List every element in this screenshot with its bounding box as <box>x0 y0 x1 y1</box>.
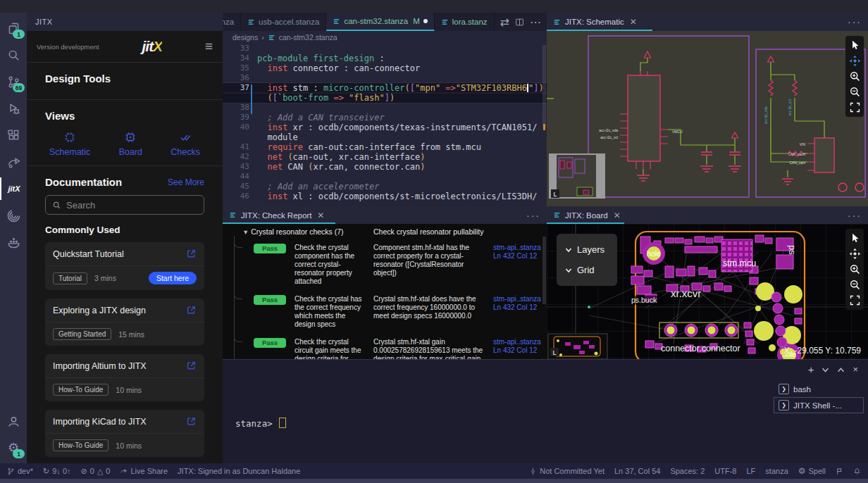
shell-list-item[interactable]: ❯ bash <box>774 381 864 397</box>
check-row[interactable]: Pass Check the crystal circuit gain meet… <box>223 333 547 359</box>
spell-checker-item[interactable]: ⚙Spell <box>798 467 826 475</box>
doc-card[interactable]: Importing Altium to JITX How-To Guide 10… <box>45 354 204 401</box>
shell-list-item[interactable]: ❯ JITX Shell -... <box>774 397 864 413</box>
more-actions-icon[interactable]: ··· <box>848 210 862 221</box>
code-line[interactable]: 34pcb-module first-design : <box>223 54 547 63</box>
tab-lora[interactable]: lora.stanz <box>435 13 495 31</box>
external-link-icon[interactable] <box>186 360 197 371</box>
jitx-signin-item[interactable]: JITX: Signed in as Duncan Haldane <box>178 467 300 475</box>
view-schematic-button[interactable]: Schematic <box>49 131 90 157</box>
close-icon[interactable]: ✕ <box>317 211 324 220</box>
code-line[interactable]: 37 inst stm : micro-controller(["mpn" =>… <box>223 83 547 93</box>
problems-item[interactable]: ⊘0 △0 <box>81 467 111 476</box>
live-share-item[interactable]: Live Share <box>120 467 168 475</box>
more-actions-icon[interactable]: ··· <box>526 210 540 221</box>
tab-usb-accel[interactable]: usb-accel.stanza <box>241 13 326 31</box>
maximize-panel-icon[interactable] <box>837 366 845 374</box>
code-line[interactable]: 40 inst xr : ocdb/components/texas-instr… <box>223 123 547 132</box>
close-icon[interactable]: ✕ <box>630 17 637 27</box>
notifications-item[interactable] <box>853 468 861 475</box>
live-share-icon[interactable] <box>0 151 27 173</box>
code-line[interactable]: 41 require can-out:can-interface from st… <box>223 142 547 152</box>
board-minimap[interactable]: L <box>548 334 607 359</box>
jitx-activity-icon[interactable]: jitX <box>0 177 27 200</box>
layers-dropdown[interactable]: Layers <box>557 239 617 260</box>
pan-tool-icon[interactable] <box>847 247 862 261</box>
cursor-tool-icon[interactable] <box>847 39 862 52</box>
commit-status-item[interactable]: Not Committed Yet <box>529 467 604 475</box>
zoom-in-icon[interactable] <box>847 70 862 83</box>
caret-down-icon[interactable]: ▾ <box>244 227 247 236</box>
check-group-row[interactable]: ▾Crystal resonator checks (7) Check crys… <box>223 224 547 239</box>
schematic-canvas[interactable]: acc-i2c_sda acc-i2c_scl VMCU acc <box>547 31 868 206</box>
code-line[interactable]: 35 inst connector : can-connector <box>223 63 547 73</box>
external-link-icon[interactable] <box>186 249 197 259</box>
code-line[interactable]: 43 net CAN (xr.can, connector.can) <box>223 162 547 172</box>
search-icon[interactable] <box>0 44 27 66</box>
code-editor[interactable]: 3334pcb-module first-design :35 inst con… <box>223 44 547 206</box>
terminal-prompt-line[interactable]: stanza> <box>223 418 868 429</box>
terminal-output[interactable] <box>223 380 868 418</box>
check-report-header[interactable]: JITX: Check Report ✕ ··· <box>223 206 547 224</box>
docker-icon[interactable] <box>0 231 27 253</box>
git-branch-item[interactable]: dev* <box>7 467 33 475</box>
compare-changes-icon[interactable]: ⇄ <box>500 15 509 29</box>
zoom-out-icon[interactable] <box>847 85 862 99</box>
account-icon[interactable] <box>0 410 27 432</box>
check-row[interactable]: Pass Check the crystal has the correct f… <box>223 290 547 333</box>
board-panel-header[interactable]: JITX: Board ✕ ··· <box>547 206 868 224</box>
close-panel-icon[interactable]: × <box>852 366 858 373</box>
code-line[interactable]: module <box>223 132 547 142</box>
more-actions-icon[interactable]: ··· <box>848 16 862 27</box>
more-actions-icon[interactable]: ⋯ <box>530 15 541 29</box>
doc-card-cta-button[interactable]: Start here <box>149 272 197 284</box>
docs-search-input[interactable]: Search <box>45 195 204 215</box>
external-link-icon[interactable] <box>186 416 197 427</box>
code-line[interactable]: 44 <box>223 172 547 182</box>
check-source-link[interactable]: stm-api..stanza Ln 432 Col 12 <box>493 295 542 329</box>
tab-partial[interactable]: tanza <box>223 13 241 31</box>
indentation-item[interactable]: Spaces: 2 <box>670 467 705 475</box>
grid-dropdown[interactable]: Grid <box>557 260 617 280</box>
schematic-panel-header[interactable]: JITX: Schematic ✕ ··· <box>547 13 868 31</box>
source-control-icon[interactable]: 69 <box>0 70 27 93</box>
see-more-link[interactable]: See More <box>168 177 204 187</box>
board-canvas[interactable]: hole hole <box>547 224 868 359</box>
new-terminal-icon[interactable]: + <box>808 366 814 373</box>
doc-card[interactable]: Importing KiCad to JITX How-To Guide 10 … <box>45 410 204 457</box>
split-editor-icon[interactable] <box>515 18 524 27</box>
view-checks-button[interactable]: Checks <box>170 131 200 157</box>
scrollbar-thumb[interactable] <box>542 45 546 128</box>
check-source-link[interactable]: stm-api..stanza Ln 432 Col 12 <box>493 244 542 286</box>
check-scrollbar-thumb[interactable] <box>542 237 546 304</box>
schematic-minimap[interactable]: L <box>549 153 605 199</box>
chevron-down-icon[interactable] <box>822 366 829 374</box>
run-debug-icon[interactable] <box>0 97 27 120</box>
code-line[interactable]: 45 ; Add an accelerometer <box>223 182 547 192</box>
feedback-item[interactable] <box>836 468 843 475</box>
editor-scrollbar[interactable] <box>541 44 547 206</box>
code-line[interactable]: 39 ; Add a CAN transceiver <box>223 113 547 123</box>
cursor-position-item[interactable]: Ln 37, Col 54 <box>614 467 660 475</box>
code-line[interactable]: 38 <box>223 103 547 113</box>
external-link-icon[interactable] <box>186 305 197 315</box>
code-line[interactable]: 33 <box>223 44 547 54</box>
encoding-item[interactable]: UTF-8 <box>714 467 736 475</box>
zoom-in-icon[interactable] <box>847 263 862 276</box>
cursor-tool-icon[interactable] <box>847 232 862 245</box>
check-row[interactable]: Pass Check the crystal component has the… <box>223 239 547 290</box>
language-mode-item[interactable]: stanza <box>765 467 788 475</box>
pan-tool-icon[interactable] <box>847 54 862 68</box>
eol-item[interactable]: LF <box>747 467 756 475</box>
unsaved-dot-icon[interactable] <box>423 19 428 23</box>
code-line[interactable]: 42 net (can-out, xr.can-interface) <box>223 152 547 162</box>
code-line[interactable]: 36 <box>223 73 547 83</box>
doc-card[interactable]: Exploring a JITX design Getting Started … <box>45 299 204 346</box>
breadcrumb[interactable]: designs › can-stm32.stanza <box>223 31 547 44</box>
sync-item[interactable]: ↻9↓ 0↑ <box>43 467 71 476</box>
code-line[interactable]: ([`boot-from => "flash"]) <box>223 93 547 103</box>
close-icon[interactable]: ✕ <box>614 211 621 220</box>
code-line[interactable]: 46 inst xl : ocdb/components/st-microele… <box>223 192 547 201</box>
spiral-icon[interactable] <box>0 204 27 227</box>
explorer-icon[interactable]: 1 <box>0 17 27 39</box>
